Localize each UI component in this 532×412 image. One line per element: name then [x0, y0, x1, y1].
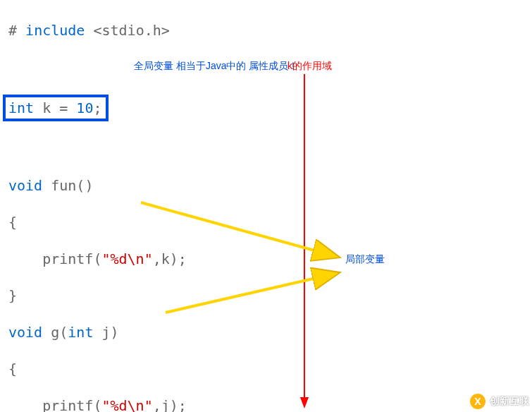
- code-token: ;: [93, 99, 101, 116]
- code-token: "%d\n": [101, 250, 152, 267]
- code-token: void: [8, 177, 42, 194]
- code-token: j): [93, 324, 118, 341]
- watermark-logo-icon: X: [470, 394, 485, 409]
- code-token: {: [8, 214, 17, 231]
- global-var-box: int k = 10;: [3, 95, 109, 121]
- code-token: g(: [42, 324, 68, 341]
- code-token: <stdio.h>: [85, 22, 169, 39]
- code-token: include: [25, 22, 85, 39]
- code-token: 10: [76, 99, 93, 116]
- annotation-local-var: 局部变量: [345, 253, 385, 265]
- code-token: int: [8, 99, 34, 116]
- watermark: X 创新互联: [470, 394, 529, 409]
- code-token: fun(): [42, 177, 93, 194]
- code-token: #: [8, 22, 25, 39]
- code-token: ,k);: [153, 250, 187, 267]
- code-token: {: [8, 360, 17, 377]
- code-token: "%d\n": [101, 397, 152, 412]
- code-token: printf(: [8, 250, 101, 267]
- annotation-k-scope: k的作用域: [287, 59, 332, 72]
- code-token: int: [68, 324, 93, 341]
- code-token: k =: [34, 99, 76, 116]
- code-token: printf(: [8, 397, 101, 412]
- watermark-text: 创新互联: [490, 395, 529, 408]
- code-token: void: [8, 324, 42, 341]
- code-token: ,j);: [153, 397, 187, 412]
- annotation-global-var: 全局变量 相当于Java中的 属性成员！: [134, 59, 298, 72]
- code-token: }: [8, 287, 17, 304]
